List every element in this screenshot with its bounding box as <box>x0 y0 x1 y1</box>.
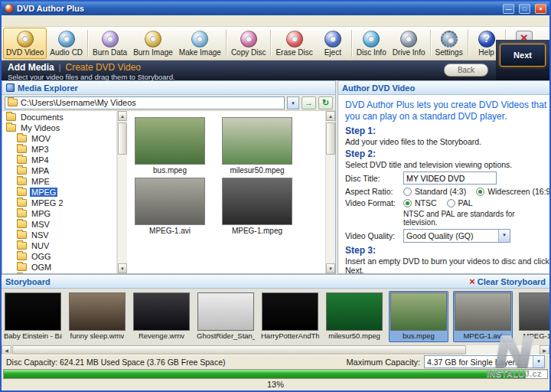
tree-item[interactable]: MPEG <box>2 187 116 198</box>
disc-title-input[interactable] <box>403 172 497 185</box>
progress-fill <box>4 370 526 378</box>
toolbar-separator <box>87 30 88 57</box>
video-thumbnail <box>133 292 190 331</box>
go-button[interactable]: → <box>302 96 316 109</box>
scroll-down-button[interactable]: ▼ <box>118 263 127 273</box>
tree-item[interactable]: NSV <box>2 230 116 240</box>
close-button[interactable]: × <box>535 4 546 14</box>
toolbar-button-label: Erase Disc <box>276 48 312 57</box>
scrollbar-track[interactable] <box>326 121 335 263</box>
tree-item[interactable]: OGG <box>2 251 116 262</box>
storyboard-item[interactable]: MPEG-1.avi <box>453 291 513 342</box>
storyboard-item[interactable]: Baby Einstein - Ba... <box>3 291 63 342</box>
tree-item[interactable]: MPA <box>2 165 116 176</box>
file-list: bus.mpeg milesur50.mpeg MPEG-1.avi <box>127 111 325 273</box>
toolbar-button[interactable]: Erase Disc <box>272 28 315 59</box>
menu-bar <box>2 15 549 27</box>
tree-item[interactable]: RA <box>2 273 116 273</box>
toolbar-button[interactable]: Copy Disc <box>228 28 269 59</box>
toolbar-button[interactable]: DVD Video <box>3 28 47 59</box>
storyboard-item[interactable]: MPEG-1.mpeg <box>517 291 549 342</box>
video-quality-select[interactable]: Good Quality (GQ) ▼ <box>403 229 510 243</box>
maximum-capacity-label: Maximum Capacity: <box>346 358 420 367</box>
tree-item[interactable]: MPE <box>2 176 116 187</box>
tree-item[interactable]: MP4 <box>2 155 116 165</box>
tree-item[interactable]: MSV <box>2 219 116 230</box>
wizard-header: Add Media | Create DVD Video Select your… <box>2 60 549 80</box>
storyboard-item[interactable]: bus.mpeg <box>389 291 448 342</box>
refresh-button[interactable]: ↻ <box>318 96 333 109</box>
file-item[interactable]: bus.mpeg <box>132 117 208 175</box>
step2-label: Step 2: <box>345 149 551 159</box>
toolbar-button[interactable]: Eject <box>316 28 350 59</box>
storyboard-item[interactable]: GhostRider_Stan_... <box>196 291 256 342</box>
wizard-step-separator: | <box>59 63 61 72</box>
storyboard-item[interactable]: HarryPotterAndTh... <box>260 291 320 342</box>
tree-item[interactable]: MP3 <box>2 144 116 155</box>
tree-item-label: MPG <box>30 209 52 218</box>
clear-storyboard-button[interactable]: × Clear Storyboard <box>469 277 546 286</box>
author-panel-body: DVD Author Plus lets you create DVD Vide… <box>338 95 551 273</box>
toolbar-separator <box>430 30 431 57</box>
scrollbar-track[interactable] <box>118 121 127 263</box>
chevron-down-icon[interactable]: ▼ <box>533 356 544 368</box>
scroll-up-button[interactable]: ▲ <box>326 111 335 121</box>
tree-item[interactable]: Documents <box>2 112 116 122</box>
tree-scrollbar[interactable]: ▲ ▼ <box>117 111 127 273</box>
maximize-button[interactable]: □ <box>519 4 530 14</box>
menu-item[interactable] <box>3 20 15 21</box>
toolbar-button[interactable]: Burn Image <box>130 28 176 59</box>
progress-area: 13% <box>2 368 549 390</box>
tree-item-label: MPEG <box>30 188 57 197</box>
minimize-button[interactable]: — <box>503 4 514 14</box>
format-note: NTSC and PAL are standards for televisio… <box>403 210 546 227</box>
radio-standard[interactable] <box>403 188 412 196</box>
files-scrollbar[interactable]: ▲ ▼ <box>325 111 335 273</box>
file-item[interactable]: milesur50.mpeg <box>219 117 295 175</box>
address-dropdown-button[interactable]: ▼ <box>287 96 299 109</box>
scrollbar-thumb[interactable] <box>12 345 466 354</box>
toolbar-button[interactable]: Disc Info <box>354 28 390 59</box>
file-item[interactable]: MPEG-1.avi <box>132 178 208 235</box>
scrollbar-thumb[interactable] <box>326 122 335 155</box>
media-explorer-header: Media Explorer <box>2 81 335 95</box>
toolbar-button[interactable]: Settings <box>432 28 466 59</box>
toolbar-button[interactable]: Drive Info <box>390 28 429 59</box>
format-ntsc-option[interactable]: NTSC <box>403 198 437 207</box>
maximum-capacity-select[interactable]: 4.37 GB for Single Layer... ▼ <box>424 355 545 368</box>
storyboard-item-name: funny sleep.wmv <box>70 332 125 340</box>
chevron-down-icon[interactable]: ▼ <box>498 230 510 242</box>
menu-item[interactable] <box>15 20 28 21</box>
toolbar-button[interactable]: Make Image <box>176 28 224 59</box>
tree-item[interactable]: MPEG 2 <box>2 198 116 208</box>
tree-item[interactable]: MPG <box>2 208 116 219</box>
file-item[interactable]: MPEG-1.mpeg <box>219 178 295 235</box>
aspect-standard-option[interactable]: Standard (4:3) <box>403 187 466 196</box>
tree-item-label: MP4 <box>30 155 51 165</box>
tree-item[interactable]: MOV <box>2 133 116 144</box>
address-input[interactable]: C:\Users\Username\My Videos <box>5 96 285 109</box>
scrollbar-thumb[interactable] <box>118 122 127 155</box>
storyboard-scrollbar[interactable]: ◀ ▶ <box>2 345 549 354</box>
scrollbar-track[interactable] <box>11 345 540 354</box>
toolbar-button-label: Eject <box>324 48 341 57</box>
scroll-up-button[interactable]: ▲ <box>118 111 127 121</box>
tree-item[interactable]: NUV <box>2 240 116 251</box>
scroll-down-button[interactable]: ▼ <box>326 263 335 273</box>
toolbar-button[interactable]: Burn Data <box>90 28 130 59</box>
tree-item[interactable]: OGM <box>2 262 116 273</box>
tree-item[interactable]: My Videos <box>2 122 116 133</box>
radio-widescreen[interactable] <box>476 188 484 196</box>
radio-pal[interactable] <box>447 199 455 207</box>
aspect-widescreen-option[interactable]: Widescreen (16:9) <box>476 187 551 196</box>
radio-ntsc[interactable] <box>403 199 412 207</box>
menu-item[interactable] <box>28 20 40 21</box>
storyboard-item[interactable]: milesur50.mpeg <box>324 291 384 342</box>
back-button[interactable]: Back <box>444 64 488 77</box>
toolbar-button[interactable]: Audio CD <box>47 28 86 59</box>
storyboard-item[interactable]: Revenge.wmv <box>132 291 191 342</box>
format-pal-option[interactable]: PAL <box>447 198 473 207</box>
folder-icon <box>8 99 18 106</box>
storyboard-item[interactable]: funny sleep.wmv <box>67 291 127 342</box>
next-button[interactable]: Next <box>500 44 546 67</box>
